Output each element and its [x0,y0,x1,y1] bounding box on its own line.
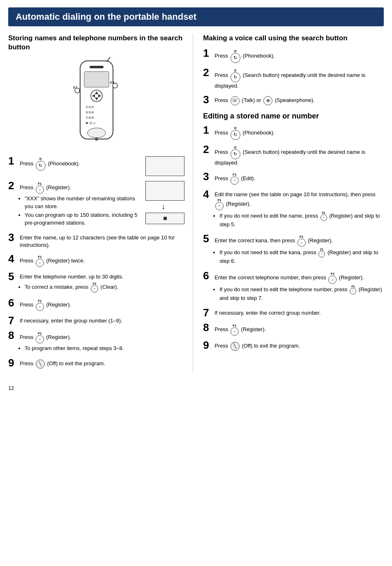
search-btn-icon: ⊙ ↻ [231,146,240,159]
step-content: Press F1 ○ (Register). [20,297,184,311]
register-btn-icon: F1 ○ [321,211,327,221]
left-step-7: 7 If necessary, enter the group number (… [8,315,184,326]
step-content: Enter the name, up to 12 characters (see… [20,232,184,250]
step-bullets: To program other items, repeat steps 3–8… [25,345,184,353]
step-number: 2 [8,180,17,191]
step-number: 7 [203,307,212,318]
step-number: 5 [8,271,17,282]
left-step-6: 6 Press F1 ○ (Register). [8,297,184,311]
svg-rect-3 [84,72,109,87]
dot-indicator [164,217,167,220]
screen-display-2a [145,181,184,201]
step-number: 3 [203,171,212,182]
left-step-4: 4 Press F1 ○ (Register) twice. [8,253,184,267]
step-content: Press ⊙ ↻ (Phonebook). [20,155,141,171]
svg-point-17 [113,83,118,88]
svg-text:④⑤⑥: ④⑤⑥ [85,111,94,114]
left-step-1: 1 Press ⊙ ↻ (Phonebook). [8,155,184,176]
register-btn-icon: F1 ○ [36,182,44,194]
phonebook-btn-icon: ⊙ ↻ [231,50,240,63]
step-number: 8 [203,322,212,333]
step-number: 4 [8,253,17,264]
off-btn-icon: ╲ [231,342,240,351]
step-bullets: "XXX" shows the number of remaining stat… [25,195,141,227]
phonebook-btn-icon: ⊙ ↻ [36,158,46,171]
step-number: 2 [203,67,212,78]
step-number: 3 [8,232,17,243]
step-content: Enter the telephone number, up to 30 dig… [20,271,184,293]
step-bullets: If you do not need to edit the name, pre… [219,211,384,229]
register-btn-icon: F1 ○ [36,332,44,343]
voice-step-2: 2 Press ⊙ ↻ (Search button) repeatedly u… [203,67,384,90]
step-content: Press ☏ (Talk) or ⊕ (Speakerphone). [214,94,384,105]
edit-step-2: 2 Press ⊙ ↻ (Search button) repeatedly u… [203,144,384,167]
edit-step-3: 3 Press F1 ○ (Edit). [203,171,384,185]
left-step-8: 8 Press F1 ○ (Register). To program othe… [8,330,184,353]
step-number: 6 [203,270,212,281]
step-content: Press F1 ○ (Edit). [214,171,384,185]
step-number: 8 [8,330,17,341]
screen-display-1 [145,156,184,176]
step-number: 4 [203,189,212,199]
step-content: Press ⊙ ↻ (Search button) repeatedly unt… [214,67,384,90]
step-bullets: If you do not need to edit the telephone… [219,285,384,302]
svg-point-18 [95,137,98,141]
edit-step-4: 4 Edit the name (see the table on page 1… [203,189,384,230]
voice-call-title-text: Making a voice call using the search but… [203,34,347,42]
register-btn-icon: F1 ○ [231,324,239,336]
edit-step-9: 9 Press ╲ (Off) to exit the program. [203,340,384,351]
page-header: Automatic dialing on the portable handse… [8,7,384,26]
svg-text:①②③: ①②③ [85,105,94,109]
step-number: 1 [203,125,212,135]
left-column: Storing names and telephone numbers in t… [8,34,193,373]
screen-display-2b [145,213,184,224]
step-number: 7 [8,315,17,326]
register-btn-icon: F1 ○ [328,272,337,284]
left-step-9: 9 Press ╲ (Off) to exit the program. [8,357,184,369]
register-btn-icon: F1 ○ [297,235,306,247]
step-number: 1 [8,155,17,166]
left-step-5: 5 Enter the telephone number, up to 30 d… [8,271,184,293]
step-content: Press F1 ○ (Register). To program other … [20,330,184,353]
step-number: 5 [203,233,212,244]
talk-btn-icon: ☏ [231,96,240,105]
clear-btn-icon: F3 ○ [91,282,98,292]
step-number: 9 [8,357,17,368]
register-btn-icon: F1 ○ [231,173,239,185]
step-number: 6 [8,297,17,308]
register-btn-icon: F1 ○ [318,248,325,257]
left-step-2: 2 Press F1 ○ (Register). "XXX" shows the… [8,180,184,227]
svg-text:⑦⑧⑨: ⑦⑧⑨ [85,116,94,120]
step-number: 1 [203,48,212,58]
step-content: Press F1 ○ (Register). [214,322,384,336]
edit-step-8: 8 Press F1 ○ (Register). [203,322,384,336]
step-content: Press ╲ (Off) to exit the program. [214,340,384,351]
step-bullets: If you do not need to edit the kana, pre… [219,248,384,265]
phone-diagram: ①②③ ④⑤⑥ ⑦⑧⑨ ✱ ⓪ # F1 F3 [8,57,184,151]
step-content: Press ⊙ ↻ (Phonebook). [214,125,384,140]
svg-point-15 [75,88,80,93]
left-step-3: 3 Enter the name, up to 12 characters (s… [8,232,184,250]
edit-step-5: 5 Enter the correct kana, then press F1 … [203,233,384,266]
step-content: If necessary, enter the group number (1–… [20,315,184,325]
voice-call-title: Making a voice call using the search but… [203,34,384,43]
register-btn-icon: F1 ○ [350,285,356,295]
step-content: Press ╲ (Off) to exit the program. [20,357,184,369]
register-btn-icon: F1 ○ [36,255,44,267]
step-number: 9 [203,340,212,350]
header-title: Automatic dialing on the portable handse… [16,12,196,22]
register-btn-icon: F1 ○ [36,299,44,311]
voice-step-1: 1 Press ⊙ ↻ (Phonebook). [203,48,384,63]
step-content: Enter the correct telephone number, then… [214,270,384,303]
step-content: Press F1 ○ (Register) twice. [20,253,184,267]
right-column: Making a voice call using the search but… [193,34,384,373]
step-content: If necessary, enter the correct group nu… [214,307,384,317]
arrow-down-icon: ↓ [161,202,165,211]
edit-step-7: 7 If necessary, enter the correct group … [203,307,384,318]
voice-step-3: 3 Press ☏ (Talk) or ⊕ (Speakerphone). [203,94,384,105]
speaker-btn-icon: ⊕ [263,96,272,105]
step-content: Press ⊙ ↻ (Phonebook). [214,48,384,63]
step-number: 2 [203,144,212,155]
step-content: Edit the name (see the table on page 10 … [214,189,384,230]
svg-rect-2 [90,66,104,68]
